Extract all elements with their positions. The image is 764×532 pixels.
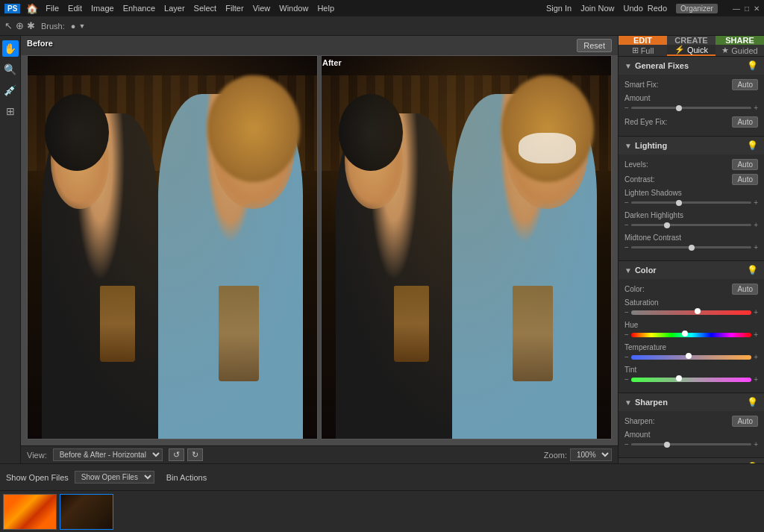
hue-slider[interactable]: − + <box>624 331 758 339</box>
darken-highlights-track[interactable] <box>631 224 751 226</box>
sharpen-auto-button[interactable]: Auto <box>732 416 758 427</box>
maximize-button[interactable]: □ <box>745 4 749 13</box>
lighten-shadows-slider[interactable]: − + <box>624 198 758 207</box>
filmstrip-thumb-2[interactable] <box>60 494 113 530</box>
bottom-bar: Show Open Files Show Open Files Bin Acti… <box>0 463 764 490</box>
move-tool[interactable]: ✋ <box>2 40 19 57</box>
smart-fix-thumb[interactable] <box>676 105 682 111</box>
crop-tool[interactable]: ⊞ <box>2 103 19 119</box>
sharpen-header[interactable]: ▼ Sharpen 💡 <box>619 393 764 411</box>
touch-up-bulb-icon: 💡 <box>747 462 758 463</box>
contrast-auto-button[interactable]: Auto <box>732 174 758 185</box>
temperature-slider[interactable]: − + <box>624 353 758 361</box>
menu-edit[interactable]: Edit <box>68 4 82 13</box>
reset-button[interactable]: Reset <box>577 39 612 52</box>
saturation-thumb[interactable] <box>695 308 701 314</box>
hue-thumb[interactable] <box>682 331 688 337</box>
sharpen-auto-row: Sharpen: Auto <box>624 416 758 427</box>
sharpen-collapse-icon: ▼ <box>624 398 632 407</box>
lighten-shadows-track[interactable] <box>631 201 751 204</box>
menu-window[interactable]: Window <box>279 4 308 13</box>
tint-thumb[interactable] <box>676 375 682 381</box>
general-fixes-header[interactable]: ▼ General Fixes 💡 <box>619 57 764 75</box>
menu-help[interactable]: Help <box>317 4 334 13</box>
smart-fix-slider[interactable]: − + <box>624 104 758 112</box>
sharpen-amount-slider[interactable]: − + <box>624 440 758 448</box>
touch-up-header[interactable]: ▼ Touch Up 💡 <box>619 458 764 463</box>
levels-auto-button[interactable]: Auto <box>732 159 758 170</box>
lighting-content: Levels: Auto Contrast: Auto Lighten Shad… <box>619 154 764 260</box>
menu-layer[interactable]: Layer <box>164 4 185 13</box>
view-select[interactable]: Before & After - Horizontal <box>53 448 163 461</box>
join-now-link[interactable]: Join Now <box>580 4 614 13</box>
smart-fix-track[interactable] <box>631 107 751 109</box>
darken-highlights-thumb[interactable] <box>664 222 670 228</box>
color-auto-button[interactable]: Auto <box>732 284 758 295</box>
temperature-thumb[interactable] <box>686 353 692 359</box>
lighting-header[interactable]: ▼ Lighting 💡 <box>619 137 764 154</box>
midtone-minus-icon: − <box>624 243 629 251</box>
menu-file[interactable]: File <box>46 4 59 13</box>
color-collapse-icon: ▼ <box>624 266 632 275</box>
tool-icon-3[interactable]: ✱ <box>27 20 35 31</box>
menu-enhance[interactable]: Enhance <box>123 4 155 13</box>
redo-button[interactable]: Redo <box>648 4 667 13</box>
mode-tab-full[interactable]: ⊞ Full <box>619 45 667 56</box>
zoom-select[interactable]: 100% <box>570 448 612 461</box>
show-open-files-select[interactable]: Show Open Files <box>75 471 154 484</box>
brush-dropdown-icon[interactable]: ▼ <box>78 22 85 30</box>
smart-fix-auto-button[interactable]: Auto <box>732 79 758 90</box>
general-fixes-title: General Fixes <box>635 61 744 70</box>
minimize-button[interactable]: — <box>733 4 740 13</box>
zoom-section: Zoom: 100% <box>544 448 612 461</box>
undo-button[interactable]: Undo <box>623 4 642 13</box>
menu-image[interactable]: Image <box>91 4 114 13</box>
midtone-contrast-thumb[interactable] <box>689 245 695 251</box>
thumb-flowers-image <box>4 495 56 529</box>
hue-track[interactable] <box>631 333 751 337</box>
menu-view[interactable]: View <box>253 4 271 13</box>
color-bulb-icon: 💡 <box>747 265 758 275</box>
saturation-slider[interactable]: − + <box>624 308 758 316</box>
lighten-shadows-thumb[interactable] <box>676 200 682 206</box>
tool-icon-1[interactable]: ↖ <box>4 20 13 31</box>
general-fixes-bulb-icon: 💡 <box>747 60 758 71</box>
red-eye-auto-button[interactable]: Auto <box>732 116 758 128</box>
lighting-title: Lighting <box>635 141 744 150</box>
temperature-track[interactable] <box>631 355 751 360</box>
midtone-contrast-track[interactable] <box>631 246 751 248</box>
temperature-label: Temperature <box>624 343 758 351</box>
tab-create[interactable]: CREATE <box>667 36 716 45</box>
menu-filter[interactable]: Filter <box>225 4 243 13</box>
mode-tab-guided[interactable]: ★ Guided <box>716 45 764 56</box>
main-area: ✋ 🔍 💉 ⊞ Before Reset <box>0 36 764 463</box>
zoom-tool[interactable]: 🔍 <box>2 61 19 78</box>
tab-share[interactable]: SHARE <box>716 36 764 45</box>
tool-icon-2[interactable]: ⊕ <box>16 20 24 31</box>
close-button[interactable]: ✕ <box>754 4 760 13</box>
rotate-ccw-button[interactable]: ↺ <box>169 448 184 461</box>
sharpen-amount-track[interactable] <box>631 443 751 445</box>
bin-actions-label[interactable]: Bin Actions <box>166 473 207 482</box>
tab-edit[interactable]: EDIT <box>619 36 667 45</box>
midtone-contrast-label: Midtone Contrast <box>624 234 758 242</box>
home-icon[interactable]: 🏠 <box>26 3 38 14</box>
menu-select[interactable]: Select <box>194 4 217 13</box>
sign-in-link[interactable]: Sign In <box>546 4 572 13</box>
mode-tab-quick[interactable]: ⚡ Quick <box>667 45 716 56</box>
filmstrip-thumb-1[interactable] <box>3 494 57 530</box>
tint-slider[interactable]: − + <box>624 375 758 384</box>
rotate-cw-button[interactable]: ↻ <box>187 448 203 461</box>
saturation-track[interactable] <box>631 310 751 315</box>
lighting-collapse-icon: ▼ <box>624 142 632 150</box>
eyedropper-tool[interactable]: 💉 <box>2 82 19 98</box>
tint-track[interactable] <box>631 378 751 382</box>
undo-redo-group: Undo Redo <box>623 4 667 13</box>
brush-label: Brush: <box>41 22 65 31</box>
organizer-button[interactable]: Organizer <box>676 4 718 13</box>
darken-highlights-slider[interactable]: − + <box>624 221 758 229</box>
midtone-contrast-slider[interactable]: − + <box>624 243 758 251</box>
sharpen-amount-thumb[interactable] <box>664 442 670 448</box>
color-header[interactable]: ▼ Color 💡 <box>619 261 764 279</box>
sharpen-bulb-icon: 💡 <box>747 397 758 407</box>
